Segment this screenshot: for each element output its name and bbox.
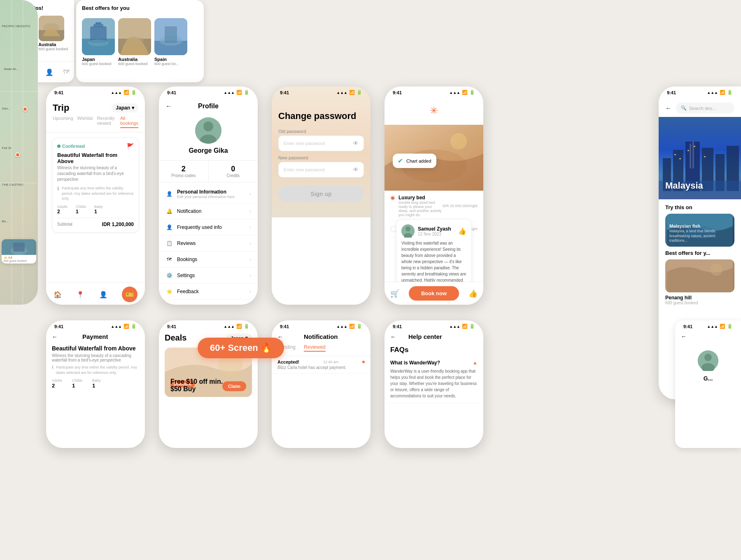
search-bar-malaysia[interactable]: 🔍 Search des... xyxy=(676,103,734,114)
best-japan-card[interactable]: Japan 600 guest booked xyxy=(82,18,115,66)
best-spain-card[interactable]: Spain 600 guest bo... xyxy=(154,18,187,66)
battery-icon-pw: 🔋 xyxy=(357,90,362,95)
back-arrow-bottomright[interactable]: ← xyxy=(681,333,687,340)
childs-label: Childs xyxy=(76,205,86,209)
credits-cell[interactable]: 0 Credits xyxy=(209,161,258,182)
best-spain-img xyxy=(154,18,187,55)
wifi-help: 📶 xyxy=(462,324,468,329)
promo-codes-cell[interactable]: 2 Promo codes xyxy=(159,161,209,182)
reviewer-avatar xyxy=(401,224,415,238)
menu-personal-info[interactable]: 👤 Personal Information Edit your persona… xyxy=(159,185,258,203)
menu-settings[interactable]: ⚙️ Settings › xyxy=(159,268,258,284)
phone-map: PACIFIC HEIGHTS Asian Ar... San... Fell … xyxy=(0,0,38,305)
tab-wishlist[interactable]: Wishlist xyxy=(77,116,93,128)
phone-change-password: 9:41 ▲▲▲ 📶 🔋 Change password Old passwor… xyxy=(272,86,370,305)
trip-title: Trip xyxy=(53,103,69,113)
signup-button[interactable]: Sign up xyxy=(278,186,364,202)
help-header: ← Help center xyxy=(384,331,483,343)
status-bar-deals: 9:41 ▲▲▲ 📶 🔋 xyxy=(159,320,258,331)
adults-value: 2 xyxy=(57,209,68,215)
australia-dest-card[interactable]: Australia 600 guest booked xyxy=(39,16,68,51)
nav-location-icon[interactable]: 📍 xyxy=(76,291,84,299)
faqs-title: FAQs xyxy=(384,343,483,356)
malaysia-location-label: Malaysia xyxy=(665,180,703,191)
nav-person-icon[interactable]: 👤 xyxy=(99,291,107,299)
map-card-rating: ⭐ 4.8 xyxy=(4,256,34,259)
eye-icon-old[interactable]: 👁 xyxy=(353,140,359,147)
faq-item-1[interactable]: What is WanderWay? ▲ WanderWay is a user… xyxy=(384,356,483,404)
reviews-label: Reviews xyxy=(177,240,196,246)
menu-frequently-used[interactable]: 👤 Frequently used info › xyxy=(159,219,258,236)
best-japan-img xyxy=(82,18,115,55)
menu-notification[interactable]: 🔔 Notification › xyxy=(159,203,258,219)
menu-survey[interactable]: 📄 Survey › xyxy=(159,300,258,305)
map-pin-1[interactable] xyxy=(23,107,28,112)
thumbs-up-bar-icon[interactable]: 👍 xyxy=(468,289,478,298)
gear-icon: ⚙️ xyxy=(165,272,173,279)
status-time-malaysia: 9:41 xyxy=(667,90,676,95)
nav-map[interactable]: 🗺 xyxy=(63,68,70,76)
map-pin-2[interactable] xyxy=(15,152,20,157)
old-password-placeholder: Enter new password xyxy=(284,141,325,146)
book-now-button[interactable]: Book now xyxy=(409,286,459,301)
menu-bookings[interactable]: 🗺 Bookings › xyxy=(159,252,258,268)
battery-payment: 🔋 xyxy=(131,324,137,329)
menu-reviews[interactable]: 📋 Reviews › xyxy=(159,236,258,252)
status-bar-payment: 9:41 ▲▲▲ 📶 🔋 xyxy=(46,320,145,331)
tab-reviewed[interactable]: Reviewed xyxy=(304,344,326,352)
new-password-field[interactable]: Enter new password 👁 xyxy=(278,162,364,177)
map-view[interactable]: PACIFIC HEIGHTS Asian Ar... San... Fell … xyxy=(0,0,38,305)
tab-upcoming[interactable]: Upcoming xyxy=(53,116,73,128)
status-time-notif: 9:41 xyxy=(280,324,289,329)
eye-icon-new[interactable]: 👁 xyxy=(353,166,359,173)
menu-feedback[interactable]: ⭐ Feedback › xyxy=(159,284,258,300)
check-icon: ✔ xyxy=(398,157,403,165)
wifi-deals: 📶 xyxy=(236,324,242,329)
luxury-bed-price-value: IDR 20.000.000/night xyxy=(443,204,478,208)
back-arrow-profile[interactable]: ← xyxy=(165,103,172,110)
signup-btn-wrap: Sign up xyxy=(278,186,364,202)
map-label-fell: Fell St xyxy=(2,146,12,150)
cart-icon[interactable]: 🛒 xyxy=(390,289,399,298)
best-offers-malaysia: Best offers for y... Penang hill 600 gue… xyxy=(659,250,741,308)
pw-header: Change password xyxy=(272,97,370,125)
best-offer-card[interactable] xyxy=(665,259,734,292)
wifi-icon-review: 📶 xyxy=(462,90,468,95)
profile-title: Profile xyxy=(198,103,219,110)
nav-home-icon[interactable]: 🏠 xyxy=(54,291,62,299)
best-australia-card[interactable]: Australia 600 guest booked xyxy=(118,18,151,66)
svg-point-25 xyxy=(203,121,213,131)
svg-rect-11 xyxy=(93,24,103,27)
booking-title: Beautiful Waterfall from Above xyxy=(57,152,134,164)
payment-childs-label: Childs xyxy=(72,378,82,383)
payment-baby-label: Baby xyxy=(92,378,101,383)
payment-baby: Baby 1 xyxy=(92,378,101,389)
tab-all-bookings[interactable]: All bookings xyxy=(120,116,138,128)
status-time-profile: 9:41 xyxy=(167,90,176,95)
credits-label: Credits xyxy=(209,173,258,178)
map-listing-card[interactable]: ⭐ 4.8 600 guest booked xyxy=(2,239,36,264)
listing-hero-image: ✔ Chart added xyxy=(384,125,483,191)
try-card-name: Malaysian fish xyxy=(669,223,734,229)
promo-codes-count: 2 xyxy=(159,165,208,173)
wifi-bottomright: 📶 xyxy=(720,324,725,329)
nav-profile[interactable]: 👤 xyxy=(45,68,54,76)
back-arrow-payment[interactable]: ← xyxy=(52,334,58,340)
trip-location-pill[interactable]: Japan ▾ xyxy=(112,103,138,112)
try-card[interactable]: Malaysian fish Malaysia, a land that ble… xyxy=(665,214,734,247)
thumbs-up-icon[interactable]: 👍 xyxy=(458,228,466,235)
faq-answer-1: WanderWay is a user-friendly booking app… xyxy=(390,368,478,399)
adults-label: Adults xyxy=(57,205,68,209)
back-arrow-help[interactable]: ← xyxy=(390,334,396,340)
new-password-label: New password xyxy=(278,155,364,160)
back-arrow-malaysia[interactable]: ← xyxy=(665,105,672,112)
feedback-label: Feedback xyxy=(177,289,199,294)
svg-point-16 xyxy=(126,37,144,45)
change-password-title: Change password xyxy=(278,111,364,121)
nav-ticket-icon[interactable]: 🎫 xyxy=(122,287,137,302)
tab-recently-viewed[interactable]: Recently viewed xyxy=(97,116,116,128)
luxury-bed-radio[interactable] xyxy=(390,195,395,201)
person-circle-icon: 👤 xyxy=(165,224,173,231)
claim-button[interactable]: Claim xyxy=(222,381,246,391)
old-password-field[interactable]: Enter new password 👁 xyxy=(278,135,364,151)
